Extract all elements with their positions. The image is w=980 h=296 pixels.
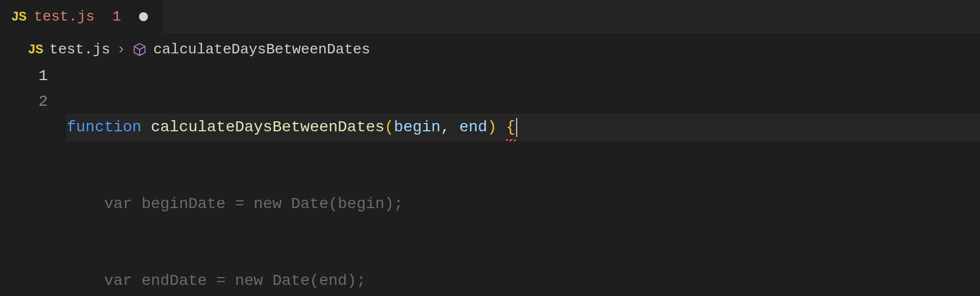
symbol-method-icon [132,42,147,57]
line-number: 1 [0,63,48,89]
tab-dirty-indicator-icon [139,12,148,21]
token-function-name: calculateDaysBetweenDates [151,119,384,136]
ghost-suggestion-line[interactable]: var beginDate = new Date(begin); [67,191,980,217]
token-param: begin [394,119,440,136]
code-content[interactable]: function calculateDaysBetweenDates(begin… [67,63,980,296]
line-number-gutter: 1 2 [0,63,67,296]
token-keyword: function [67,119,141,136]
token-brace-error: { [506,115,516,140]
editor-tab-test-js[interactable]: JS test.js 1 [0,0,162,33]
code-line[interactable]: function calculateDaysBetweenDates(begin… [67,115,980,140]
token-paren: ) [487,119,497,136]
javascript-file-icon: JS [28,42,43,57]
breadcrumb-bar[interactable]: JS test.js › calculateDaysBetweenDates [0,33,980,63]
javascript-file-icon: JS [11,9,26,24]
editor-area[interactable]: 1 2 function calculateDaysBetweenDates(b… [0,63,980,296]
breadcrumb-file[interactable]: test.js [50,41,110,58]
text-cursor [516,118,517,137]
tab-problem-count: 1 [112,8,121,25]
tab-filename: test.js [34,8,95,25]
line-number: 2 [0,89,48,115]
token-comma: , [440,119,459,136]
ghost-suggestion-line[interactable]: var endDate = new Date(end); [67,268,980,294]
token-param: end [459,119,487,136]
token-paren: ( [384,119,394,136]
chevron-right-icon: › [117,41,126,58]
breadcrumb-symbol[interactable]: calculateDaysBetweenDates [154,41,370,58]
editor-tabbar: JS test.js 1 [0,0,980,33]
